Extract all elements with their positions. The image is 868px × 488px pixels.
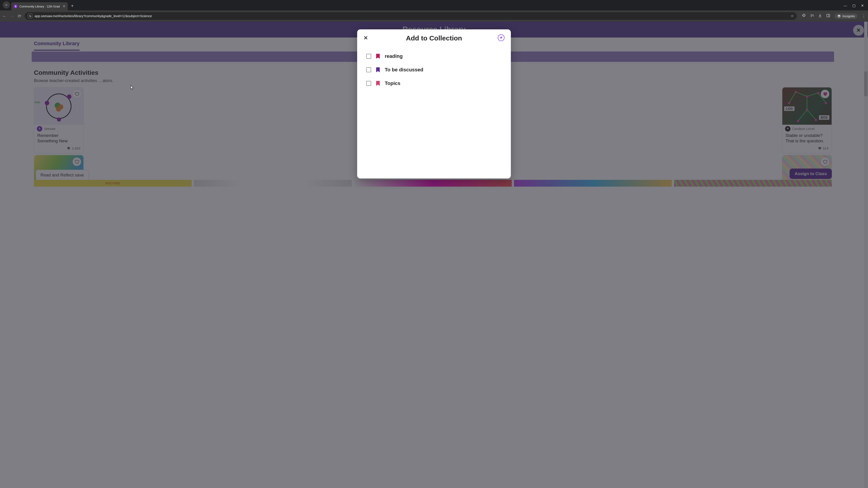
bookmark-icon xyxy=(376,81,380,86)
collection-label: reading xyxy=(385,53,403,59)
bookmark-star-icon[interactable]: ☆ xyxy=(791,14,794,18)
collection-label: Topics xyxy=(385,80,400,86)
checkbox[interactable] xyxy=(366,81,371,86)
bookmark-icon xyxy=(376,67,380,72)
incognito-badge[interactable]: Incognito xyxy=(834,13,858,19)
browser-toolbar: ← → ⟳ ⇆ app.seesaw.me/#/activities/libra… xyxy=(0,10,868,22)
collection-item-reading[interactable]: reading xyxy=(366,53,502,59)
svg-rect-0 xyxy=(827,14,830,17)
url-text: app.seesaw.me/#/activities/library?commu… xyxy=(35,14,152,18)
tab-title: Community Library - 12th Grad xyxy=(20,5,60,8)
address-bar[interactable]: ⇆ app.seesaw.me/#/activities/library?com… xyxy=(25,12,797,20)
close-window-button[interactable]: ✕ xyxy=(861,4,864,8)
modal-close-button[interactable]: ✕ xyxy=(364,35,368,41)
forward-button[interactable]: → xyxy=(10,13,14,19)
checkbox[interactable] xyxy=(366,67,371,72)
collection-item-topics[interactable]: Topics xyxy=(366,80,502,86)
collection-item-to-be-discussed[interactable]: To be discussed xyxy=(366,67,502,73)
minimize-button[interactable]: — xyxy=(844,4,847,8)
add-collection-button[interactable]: + xyxy=(498,34,504,41)
tab-favicon: S xyxy=(13,4,18,8)
browser-tab[interactable]: S Community Library - 12th Grad ✕ xyxy=(11,2,68,10)
tab-close-button[interactable]: ✕ xyxy=(63,4,66,8)
site-info-icon[interactable]: ⇆ xyxy=(28,14,32,18)
browser-menu-icon[interactable]: ⋮ xyxy=(862,13,866,19)
extensions-icon[interactable] xyxy=(802,13,806,19)
downloads-icon[interactable] xyxy=(818,13,822,19)
maximize-button[interactable]: ▢ xyxy=(852,4,856,8)
incognito-label: Incognito xyxy=(842,14,855,18)
side-panel-icon[interactable] xyxy=(826,13,830,19)
browser-tabstrip: S Community Library - 12th Grad ✕ + — ▢ … xyxy=(0,0,868,10)
reload-button[interactable]: ⟳ xyxy=(18,13,22,19)
bookmark-icon xyxy=(376,54,380,59)
window-controls: — ▢ ✕ xyxy=(839,4,868,10)
reading-list-icon[interactable] xyxy=(810,13,814,19)
tab-search-button[interactable] xyxy=(3,1,10,8)
checkbox[interactable] xyxy=(366,54,371,59)
collection-label: To be discussed xyxy=(385,67,423,73)
new-tab-button[interactable]: + xyxy=(68,3,77,10)
collection-list: reading To be discussed Topics xyxy=(364,49,504,91)
modal-title: Add to Collection xyxy=(406,34,462,42)
add-to-collection-modal: ✕ Add to Collection + reading To be disc… xyxy=(357,29,511,178)
back-button[interactable]: ← xyxy=(2,13,7,19)
page-viewport: Resource Library ✕ Community Library Com… xyxy=(0,22,868,488)
